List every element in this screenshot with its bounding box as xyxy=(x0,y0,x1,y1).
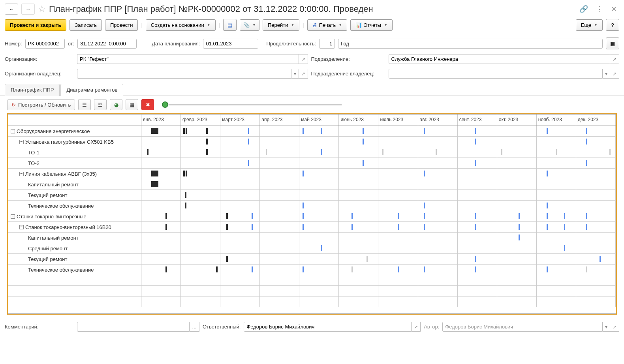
gantt-bar[interactable] xyxy=(547,213,548,219)
org-owner-field[interactable] xyxy=(77,69,291,79)
build-refresh-button[interactable]: ↻ Построить / Обновить xyxy=(7,99,75,110)
gantt-bar[interactable] xyxy=(165,213,167,219)
gantt-bar[interactable] xyxy=(226,224,228,230)
gantt-row[interactable]: −Оборудование энергетическое xyxy=(8,126,616,137)
tab-diagram[interactable]: Диаграмма ремонтов xyxy=(60,84,123,96)
collapse-toggle[interactable]: − xyxy=(19,225,24,229)
gantt-bar[interactable] xyxy=(248,128,249,134)
gantt-bar[interactable] xyxy=(382,149,383,155)
gantt-bar[interactable] xyxy=(183,171,185,176)
unit-field[interactable] xyxy=(338,39,603,49)
gantt-bar[interactable] xyxy=(303,224,304,230)
open-ref-button[interactable]: ↗ xyxy=(610,54,619,64)
gantt-bar[interactable] xyxy=(586,266,587,272)
gantt-bar[interactable] xyxy=(216,266,218,272)
gantt-bar[interactable] xyxy=(303,128,304,134)
gantt-bar[interactable] xyxy=(586,224,587,230)
gantt-bar[interactable] xyxy=(206,149,208,155)
gantt-bar[interactable] xyxy=(363,139,364,144)
responsible-field[interactable] xyxy=(244,322,412,332)
gantt-row[interactable]: Техническое обслуживание xyxy=(8,201,616,211)
gantt-bar[interactable] xyxy=(475,139,476,144)
gantt-bar[interactable] xyxy=(183,128,185,134)
gantt-bar[interactable] xyxy=(363,160,364,166)
gantt-bar[interactable] xyxy=(564,213,565,219)
gantt-bar[interactable] xyxy=(564,224,565,230)
plan-date-field[interactable] xyxy=(203,39,258,49)
stop-button[interactable]: ✖ xyxy=(141,99,154,110)
gantt-bar[interactable] xyxy=(367,256,368,262)
collapse-toggle[interactable]: − xyxy=(19,172,24,176)
gantt-bar[interactable] xyxy=(321,128,322,134)
open-ref-button[interactable]: ↗ xyxy=(299,54,308,64)
gantt-bar[interactable] xyxy=(475,160,476,166)
more-button[interactable]: Еще▼ xyxy=(576,19,603,31)
gantt-bar[interactable] xyxy=(398,224,399,230)
gantt-bar[interactable] xyxy=(363,128,364,134)
gantt-bar[interactable] xyxy=(586,160,587,166)
gantt-bar[interactable] xyxy=(186,128,187,134)
gantt-bar[interactable] xyxy=(252,224,253,230)
gantt-bar[interactable] xyxy=(564,245,565,251)
gantt-bar[interactable] xyxy=(600,256,601,262)
gantt-bar[interactable] xyxy=(303,266,304,272)
dept-field[interactable] xyxy=(389,54,611,64)
calc-button[interactable]: ▦ xyxy=(606,38,619,49)
gantt-bar[interactable] xyxy=(186,171,187,176)
gantt-bar[interactable] xyxy=(252,266,253,272)
gantt-bar[interactable] xyxy=(519,213,520,219)
gantt-bar[interactable] xyxy=(547,203,548,208)
gantt-bar[interactable] xyxy=(351,224,353,230)
create-based-button[interactable]: Создать на основании▼ xyxy=(146,19,216,31)
gantt-bar[interactable] xyxy=(303,171,304,176)
gantt-bar[interactable] xyxy=(547,171,548,176)
gantt-bar[interactable] xyxy=(398,266,399,272)
gantt-bar[interactable] xyxy=(321,149,322,155)
help-button[interactable]: ? xyxy=(606,19,619,31)
gantt-bar[interactable] xyxy=(398,213,399,219)
gantt-row[interactable]: ТО-1 xyxy=(8,147,616,158)
list-icon-button[interactable]: ▤ xyxy=(223,19,237,31)
collapse-toggle[interactable]: − xyxy=(19,140,24,144)
gantt-body[interactable]: −Оборудование энергетическое−Установка г… xyxy=(8,126,616,313)
collapse-toggle[interactable]: − xyxy=(11,129,15,133)
gantt-bar[interactable] xyxy=(547,128,548,134)
open-ref-button[interactable]: ↗ xyxy=(610,322,619,332)
dropdown-button[interactable]: ▾ xyxy=(603,322,610,332)
grid-button[interactable]: ▦ xyxy=(126,99,138,110)
post-button[interactable]: Провести xyxy=(105,19,138,31)
gantt-bar[interactable] xyxy=(424,171,425,176)
gantt-bar[interactable] xyxy=(519,235,520,240)
gantt-bar[interactable] xyxy=(248,139,249,144)
gantt-bar[interactable] xyxy=(424,203,425,208)
gantt-bar[interactable] xyxy=(151,171,158,176)
gantt-row[interactable]: −Линия кабельная АВВГ (3х35) xyxy=(8,169,616,179)
expand-all-button[interactable]: ☰ xyxy=(78,99,91,110)
collapse-all-button[interactable]: ☲ xyxy=(94,99,107,110)
ellipsis-button[interactable]: … xyxy=(190,322,199,332)
gantt-bar[interactable] xyxy=(185,203,186,208)
tab-plan[interactable]: План-график ППР xyxy=(5,84,60,96)
gantt-row[interactable]: Техническое обслуживание xyxy=(8,265,616,275)
gantt-row[interactable]: Капитальный ремонт xyxy=(8,179,616,190)
gantt-bar[interactable] xyxy=(424,213,425,219)
gantt-bar[interactable] xyxy=(303,213,304,219)
gantt-bar[interactable] xyxy=(586,139,587,144)
post-and-close-button[interactable]: Провести и закрыть xyxy=(5,19,66,31)
gantt-bar[interactable] xyxy=(266,149,267,155)
gantt-bar[interactable] xyxy=(501,149,502,155)
gantt-bar[interactable] xyxy=(424,128,425,134)
forward-button[interactable]: → xyxy=(21,4,35,15)
gantt-row[interactable]: Текущий ремонт xyxy=(8,254,616,265)
gantt-bar[interactable] xyxy=(151,128,158,134)
close-icon[interactable]: ✕ xyxy=(609,3,619,15)
save-button[interactable]: Записать xyxy=(70,19,102,31)
gantt-bar[interactable] xyxy=(475,224,476,230)
duration-field[interactable] xyxy=(319,39,335,49)
gantt-bar[interactable] xyxy=(547,224,548,230)
print-button[interactable]: 🖨 Печать▼ xyxy=(307,19,348,31)
open-ref-button[interactable]: ↗ xyxy=(299,69,308,79)
gantt-bar[interactable] xyxy=(475,213,476,219)
gantt-bar[interactable] xyxy=(519,224,520,230)
collapse-toggle[interactable]: − xyxy=(11,214,15,219)
